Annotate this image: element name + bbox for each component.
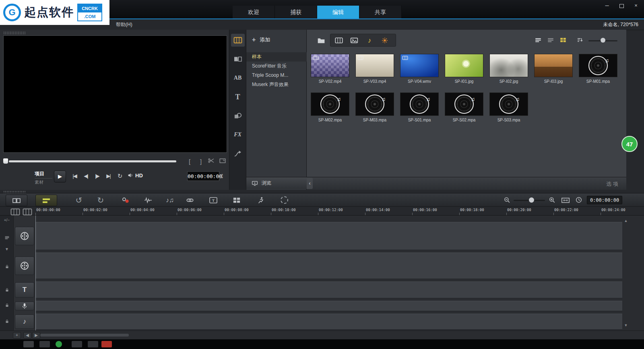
gallery-item[interactable]: ScoreFitter 音乐 xyxy=(246,62,307,71)
music-track-header[interactable]: ♪ xyxy=(15,314,34,329)
scroll-left-button[interactable]: ◀ xyxy=(23,332,31,339)
media-item[interactable]: SP-I03.jpg xyxy=(533,54,574,91)
frame-forward-button[interactable]: |▶ xyxy=(92,172,102,180)
sort-media-button[interactable] xyxy=(575,35,585,44)
media-item[interactable]: ♫SP-S02.mpa xyxy=(443,92,485,129)
frame-back-button[interactable]: ◀| xyxy=(80,172,91,180)
zoom-in-button[interactable] xyxy=(548,197,556,204)
media-item[interactable]: SP-V04.wmv xyxy=(398,54,440,91)
media-item[interactable]: ♫SP-M01.mpa xyxy=(577,54,619,91)
voice-track[interactable] xyxy=(35,301,622,311)
play-button[interactable]: ▶ xyxy=(54,170,66,183)
menu-help[interactable]: 帮助(H) xyxy=(116,21,132,28)
subtitle-editor-button[interactable]: T xyxy=(205,195,221,205)
overlay-lock-button[interactable] xyxy=(3,263,11,270)
scroll-right-button[interactable]: ▶ xyxy=(32,332,40,339)
undo-button[interactable]: ↺ xyxy=(71,195,87,205)
timeline-zoom-handle[interactable] xyxy=(529,197,534,203)
media-item[interactable]: SP-I02.jpg xyxy=(488,54,530,91)
title-track[interactable] xyxy=(35,281,622,298)
ripple-region-button[interactable] xyxy=(276,195,292,205)
title-track-header[interactable]: T xyxy=(15,282,34,298)
filter-motion-button[interactable] xyxy=(379,35,390,45)
gallery-item[interactable]: Triple Scoop M... xyxy=(246,71,307,80)
repeat-button[interactable]: ↻ xyxy=(115,172,125,180)
taskbar-app-icon[interactable] xyxy=(56,341,62,347)
tab-capture[interactable]: 捕获 xyxy=(275,6,317,18)
mark-out-button[interactable]: ] xyxy=(196,158,205,166)
track-view-mini-icon[interactable] xyxy=(10,208,20,214)
voice-lock-button[interactable] xyxy=(3,302,11,309)
title-lock-button[interactable] xyxy=(3,286,11,294)
scroll-down-arrow[interactable]: ▼ xyxy=(623,323,629,327)
nav-motion-paths[interactable] xyxy=(231,147,245,160)
track-expand-button[interactable]: ▼ xyxy=(3,245,11,253)
overlay-track[interactable] xyxy=(35,253,622,279)
preview-timecode[interactable]: 00:00:00:00 xyxy=(187,171,219,181)
chain-link-button[interactable] xyxy=(182,195,198,205)
view-bars-button[interactable] xyxy=(533,35,543,44)
media-item[interactable]: SP-V02.mp4 xyxy=(309,54,351,91)
redo-button[interactable]: ↻ xyxy=(93,195,109,205)
overlay-track-header[interactable] xyxy=(15,257,34,275)
nav-graphics[interactable] xyxy=(231,109,245,122)
browse-folder-button[interactable] xyxy=(316,35,327,45)
hd-button[interactable]: HD xyxy=(135,172,143,179)
sound-mixer-button[interactable] xyxy=(140,195,156,205)
enlarge-preview-button[interactable] xyxy=(218,158,227,166)
storyboard-view-button[interactable] xyxy=(6,195,27,206)
media-item[interactable]: ♫SP-M02.mpa xyxy=(309,92,351,129)
mode-clip-label[interactable]: 素材 xyxy=(35,179,52,185)
timeline-ruler[interactable]: 00:00:00:0000:00:02:0000:00:04:0000:00:0… xyxy=(0,207,644,216)
split-screen-template-button[interactable] xyxy=(229,195,245,205)
timeline-timecode[interactable]: 0:00:00:00 xyxy=(587,196,622,204)
tab-welcome[interactable]: 欢迎 xyxy=(233,6,275,18)
media-item[interactable]: ♫SP-S01.mpa xyxy=(398,92,440,129)
view-list-button[interactable] xyxy=(545,35,556,44)
filter-photo-button[interactable] xyxy=(349,35,360,45)
video-track-header[interactable] xyxy=(15,227,34,245)
motion-tracking-button[interactable] xyxy=(253,195,269,205)
media-item[interactable]: ♫SP-S03.mpa xyxy=(488,92,530,129)
music-lock-button[interactable] xyxy=(3,318,11,325)
scroll-up-arrow[interactable]: ▲ xyxy=(623,219,629,223)
filter-audio-button[interactable]: ♪ xyxy=(364,35,375,45)
volume-button[interactable] xyxy=(125,172,136,180)
taskbar-app-icon[interactable] xyxy=(88,341,98,347)
thumbnail-zoom-handle[interactable] xyxy=(601,38,605,43)
nav-media[interactable] xyxy=(231,34,245,47)
mode-project-label[interactable]: 项目 xyxy=(35,170,52,179)
timeline-view-button[interactable] xyxy=(35,195,57,206)
nav-transitions[interactable] xyxy=(231,53,245,66)
timecode-stepper[interactable]: ▲▼ xyxy=(220,171,225,181)
playhead[interactable] xyxy=(35,216,36,331)
track-manager-button[interactable]: +/− xyxy=(3,216,11,224)
gallery-item[interactable]: 样本 xyxy=(246,52,307,62)
scrubber-handle[interactable] xyxy=(3,158,8,164)
voice-track-header[interactable] xyxy=(15,302,34,310)
taskbar-app-icon[interactable] xyxy=(39,341,50,347)
mark-in-button[interactable]: [ xyxy=(185,158,194,166)
browse-bar[interactable]: 浏览 xyxy=(246,177,307,189)
taskbar-app-icon[interactable] xyxy=(72,341,82,347)
track-view-mini-icon2[interactable] xyxy=(23,208,32,214)
tab-edit[interactable]: 编辑 xyxy=(317,6,359,18)
scrubber-track[interactable] xyxy=(9,160,176,162)
range-marker-button[interactable]: + xyxy=(13,332,21,339)
video-track[interactable] xyxy=(35,222,622,250)
filter-video-button[interactable] xyxy=(333,35,345,45)
previous-button[interactable]: |◀ xyxy=(69,172,80,180)
add-button[interactable]: + 添加 xyxy=(252,36,270,43)
split-clip-button[interactable] xyxy=(207,158,216,166)
taskbar-app-icon[interactable] xyxy=(101,341,112,347)
options-button[interactable]: 选项 xyxy=(606,181,620,188)
media-item[interactable]: SP-V03.mp4 xyxy=(354,54,396,91)
auto-music-button[interactable]: ♪♫ xyxy=(162,195,178,205)
close-button[interactable]: × xyxy=(632,2,640,9)
music-track[interactable] xyxy=(35,314,622,330)
view-thumbnail-button[interactable] xyxy=(558,35,568,44)
duration-button[interactable] xyxy=(575,196,583,204)
notification-badge[interactable]: 47 xyxy=(621,136,638,152)
nav-titles[interactable]: T xyxy=(231,90,245,103)
restore-button[interactable] xyxy=(617,2,625,9)
